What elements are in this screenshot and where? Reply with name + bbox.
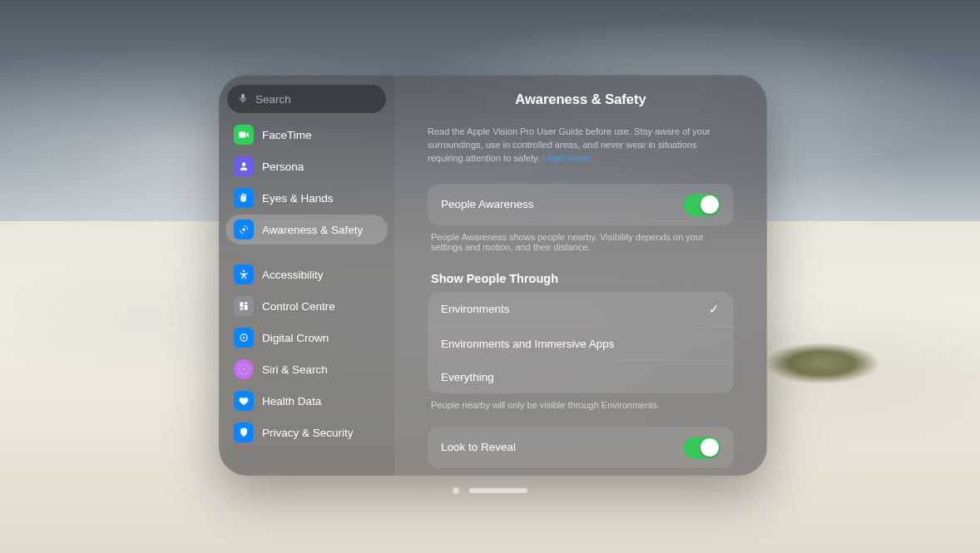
sidebar-item-label: Health Data: [262, 395, 321, 407]
show-through-option-label: Everything: [441, 371, 494, 383]
sidebar-item-privacy-security[interactable]: Privacy & Security: [225, 417, 388, 447]
sidebar-item-eyes-hands[interactable]: Eyes & Hands: [225, 183, 388, 213]
sidebar-item-label: Digital Crown: [262, 332, 329, 344]
people-awareness-label: People Awareness: [441, 198, 534, 210]
video-icon: [234, 125, 254, 145]
learn-more-link[interactable]: Learn more…: [542, 153, 598, 163]
hand-icon: [234, 188, 254, 208]
show-through-footnote: People nearby will only be visible throu…: [431, 400, 730, 410]
health-icon: [234, 391, 254, 411]
siri-icon: [234, 359, 254, 379]
sidebar-group: AccessibilityControl CentreDigital Crown…: [225, 259, 388, 447]
show-through-option[interactable]: Everything: [428, 360, 734, 393]
svg-rect-3: [245, 302, 248, 304]
show-through-option-label: Environments: [441, 303, 510, 315]
show-through-card: Environments✓Environments and Immersive …: [428, 292, 734, 393]
privacy-icon: [234, 422, 254, 442]
svg-point-1: [243, 270, 245, 272]
svg-point-8: [240, 365, 247, 373]
sidebar-item-digital-crown[interactable]: Digital Crown: [225, 323, 388, 353]
persona-icon: [234, 156, 254, 176]
people-awareness-card: People Awareness: [428, 184, 734, 225]
look-reveal-footnote: Reveal people in your space only when yo…: [431, 475, 730, 476]
show-through-option[interactable]: Environments✓: [428, 292, 734, 327]
sidebar-item-label: Siri & Search: [262, 363, 328, 376]
grabber-bar: [469, 488, 527, 493]
crown-icon: [234, 328, 254, 348]
sidebar-item-label: FaceTime: [262, 129, 312, 141]
settings-window: FaceTimePersonaEyes & HandsAwareness & S…: [219, 75, 767, 476]
accessibility-icon: [234, 264, 254, 284]
sidebar-item-siri-search[interactable]: Siri & Search: [225, 354, 388, 384]
content-pane: Awareness & Safety Read the Apple Vision…: [394, 75, 767, 476]
sidebar-item-persona[interactable]: Persona: [225, 151, 388, 181]
sidebar-item-label: Persona: [262, 160, 304, 173]
awareness-icon: [234, 220, 254, 239]
intro-text: Read the Apple Vision Pro User Guide bef…: [428, 126, 734, 165]
sidebar-item-label: Accessibility: [262, 269, 324, 281]
search-field[interactable]: [227, 85, 386, 113]
sidebar-item-health-data[interactable]: Health Data: [225, 386, 388, 416]
sidebar-item-awareness-safety[interactable]: Awareness & Safety: [225, 215, 388, 244]
wallpaper-bush: [764, 343, 880, 384]
sidebar: FaceTimePersonaEyes & HandsAwareness & S…: [219, 75, 394, 476]
svg-point-7: [243, 337, 245, 338]
mic-icon: [237, 92, 255, 106]
show-through-option-label: Environments and Immersive Apps: [441, 338, 615, 350]
sidebar-item-accessibility[interactable]: Accessibility: [225, 259, 388, 289]
grabber-dot: [453, 487, 459, 494]
window-grabber[interactable]: [453, 487, 527, 494]
search-input[interactable]: [255, 93, 396, 106]
sidebar-item-label: Awareness & Safety: [262, 224, 363, 236]
look-reveal-label: Look to Reveal: [441, 441, 516, 453]
checkmark-icon: ✓: [707, 302, 720, 317]
sidebar-item-facetime[interactable]: FaceTime: [225, 120, 388, 150]
people-awareness-toggle[interactable]: [684, 194, 720, 215]
control-centre-icon: [234, 296, 254, 316]
svg-rect-5: [240, 308, 243, 309]
page-title: Awareness & Safety: [428, 91, 734, 107]
look-reveal-card: Look to Reveal: [428, 427, 734, 468]
show-through-option[interactable]: Environments and Immersive Apps: [428, 327, 734, 360]
sidebar-group: FaceTimePersonaEyes & HandsAwareness & S…: [225, 120, 388, 244]
show-through-heading: Show People Through: [431, 272, 734, 285]
sidebar-item-label: Eyes & Hands: [262, 192, 334, 205]
svg-point-0: [242, 228, 245, 231]
svg-rect-2: [240, 302, 243, 307]
look-reveal-toggle[interactable]: [684, 437, 720, 458]
people-awareness-row: People Awareness: [428, 184, 734, 225]
people-awareness-footnote: People Awareness shows people nearby. Vi…: [431, 232, 730, 252]
look-reveal-row: Look to Reveal: [428, 427, 734, 468]
sidebar-item-control-centre[interactable]: Control Centre: [225, 291, 388, 321]
sidebar-item-label: Control Centre: [262, 300, 335, 313]
sidebar-item-label: Privacy & Security: [262, 427, 354, 439]
svg-rect-4: [245, 305, 248, 310]
